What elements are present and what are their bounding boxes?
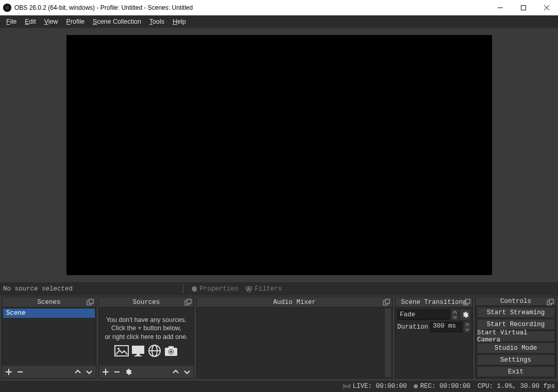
move-scene-down-button[interactable] xyxy=(83,366,95,378)
dock-detach-icon[interactable] xyxy=(463,299,470,306)
svg-rect-1 xyxy=(521,5,526,10)
dock-detach-icon[interactable] xyxy=(184,299,192,306)
controls-dock-header[interactable]: Controls xyxy=(476,297,556,306)
svg-line-3 xyxy=(544,5,549,10)
svg-rect-31 xyxy=(464,301,468,305)
svg-rect-33 xyxy=(547,301,551,305)
settings-button[interactable]: Settings xyxy=(477,354,555,365)
add-scene-button[interactable] xyxy=(3,366,14,378)
svg-rect-12 xyxy=(185,301,189,305)
move-scene-up-button[interactable] xyxy=(72,366,83,378)
exit-button[interactable]: Exit xyxy=(477,366,555,377)
start-streaming-button[interactable]: Start Streaming xyxy=(477,307,555,318)
sources-list[interactable]: You don't have any sources. Click the + … xyxy=(99,308,194,366)
window-title: OBS 26.0.2 (64-bit, windows) - Profile: … xyxy=(14,4,488,11)
move-source-up-button[interactable] xyxy=(170,366,181,378)
mixer-dock-header[interactable]: Audio Mixer xyxy=(197,297,392,308)
remove-scene-button[interactable] xyxy=(14,366,26,378)
svg-point-19 xyxy=(149,345,160,356)
source-properties-button[interactable] xyxy=(123,366,134,378)
scenes-dock: Scenes Scene xyxy=(2,297,96,379)
display-source-icon xyxy=(131,344,145,357)
controls-body: Start Streaming Start Recording Start Vi… xyxy=(476,306,556,378)
dock-detach-icon[interactable] xyxy=(87,299,94,306)
menu-edit[interactable]: Edit xyxy=(21,16,40,27)
duration-value: 300 ms xyxy=(433,322,456,330)
controls-dock: Controls Start Streaming Start Recording… xyxy=(475,297,556,379)
svg-point-5 xyxy=(248,286,252,290)
transitions-title: Scene Transitions xyxy=(401,299,467,306)
remove-source-button[interactable] xyxy=(111,366,123,378)
svg-rect-13 xyxy=(187,299,191,303)
rec-status: REC: 00:00:00 xyxy=(414,383,470,390)
docks-container: Scenes Scene Sources xyxy=(0,296,558,381)
mixer-scrollbar[interactable] xyxy=(385,309,391,377)
menu-file[interactable]: File xyxy=(2,16,21,27)
svg-point-15 xyxy=(117,348,120,350)
menu-profile[interactable]: Profile xyxy=(62,16,89,27)
preview-canvas[interactable] xyxy=(66,35,492,275)
filters-label: Filters xyxy=(255,285,282,293)
scene-item[interactable]: Scene xyxy=(3,309,95,318)
transition-properties-button[interactable] xyxy=(460,310,470,320)
svg-point-4 xyxy=(246,286,250,290)
menu-help[interactable]: Help xyxy=(168,16,190,27)
chevron-up-icon xyxy=(452,310,458,315)
statusbar: LIVE: 00:00:00 REC: 00:00:00 CPU: 1.0%, … xyxy=(0,381,558,392)
camera-source-icon xyxy=(164,344,178,357)
chevron-down-icon xyxy=(464,327,470,332)
cpu-status: CPU: 1.0%, 30.00 fps xyxy=(478,383,555,390)
live-label: LIVE: 00:00:00 xyxy=(352,383,407,390)
source-toolbar: No source selected Properties Filters xyxy=(0,282,558,296)
menu-tools[interactable]: Tools xyxy=(145,16,168,27)
scenes-dock-header[interactable]: Scenes xyxy=(2,297,96,308)
svg-rect-22 xyxy=(165,348,177,356)
transition-spinner[interactable] xyxy=(452,310,458,320)
app-body: File Edit View Profile Scene Collection … xyxy=(0,15,558,392)
dock-detach-icon[interactable] xyxy=(547,299,554,306)
start-virtual-camera-button[interactable]: Start Virtual Camera xyxy=(477,331,555,342)
properties-button[interactable]: Properties xyxy=(188,285,240,293)
move-source-down-button[interactable] xyxy=(181,366,193,378)
svg-rect-14 xyxy=(115,346,128,356)
filters-icon xyxy=(245,285,252,293)
source-status-label: No source selected xyxy=(3,285,73,293)
svg-rect-34 xyxy=(549,299,553,303)
close-button[interactable] xyxy=(535,0,558,15)
dock-detach-icon[interactable] xyxy=(383,299,390,306)
transitions-dock-header[interactable]: Scene Transitions xyxy=(395,297,472,308)
add-source-button[interactable] xyxy=(100,366,111,378)
sources-empty-hint: You don't have any sources. Click the + … xyxy=(100,309,193,365)
live-status: LIVE: 00:00:00 xyxy=(343,383,407,390)
svg-point-20 xyxy=(152,345,157,356)
transition-selected: Fade xyxy=(400,311,415,318)
svg-rect-16 xyxy=(132,346,144,354)
rec-label: REC: 00:00:00 xyxy=(420,383,470,390)
maximize-button[interactable] xyxy=(512,0,535,15)
start-recording-button[interactable]: Start Recording xyxy=(477,319,555,330)
menu-scene-collection[interactable]: Scene Collection xyxy=(89,16,145,27)
svg-rect-29 xyxy=(383,301,387,305)
obs-app-icon xyxy=(3,4,11,12)
duration-input[interactable]: 300 ms xyxy=(430,322,462,332)
svg-point-6 xyxy=(247,288,251,292)
sources-empty-line3: or right click here to add one. xyxy=(105,333,188,341)
scenes-list[interactable]: Scene xyxy=(2,308,96,366)
sources-empty-line2: Click the + button below, xyxy=(111,324,181,332)
minimize-button[interactable] xyxy=(488,0,512,15)
svg-rect-8 xyxy=(89,299,93,303)
svg-line-2 xyxy=(544,5,549,10)
studio-mode-button[interactable]: Studio Mode xyxy=(477,343,555,353)
window-titlebar: OBS 26.0.2 (64-bit, windows) - Profile: … xyxy=(0,0,558,15)
filters-button[interactable]: Filters xyxy=(243,285,284,293)
browser-source-icon xyxy=(147,344,162,357)
mixer-body xyxy=(197,308,392,378)
sources-type-icons xyxy=(114,344,178,357)
sources-dock-header[interactable]: Sources xyxy=(99,297,194,308)
duration-spinner[interactable] xyxy=(464,322,470,332)
menu-view[interactable]: View xyxy=(40,16,62,27)
svg-point-25 xyxy=(170,350,173,353)
transition-select[interactable]: Fade xyxy=(397,310,450,320)
scenes-footer xyxy=(2,366,96,378)
svg-point-35 xyxy=(346,386,348,387)
